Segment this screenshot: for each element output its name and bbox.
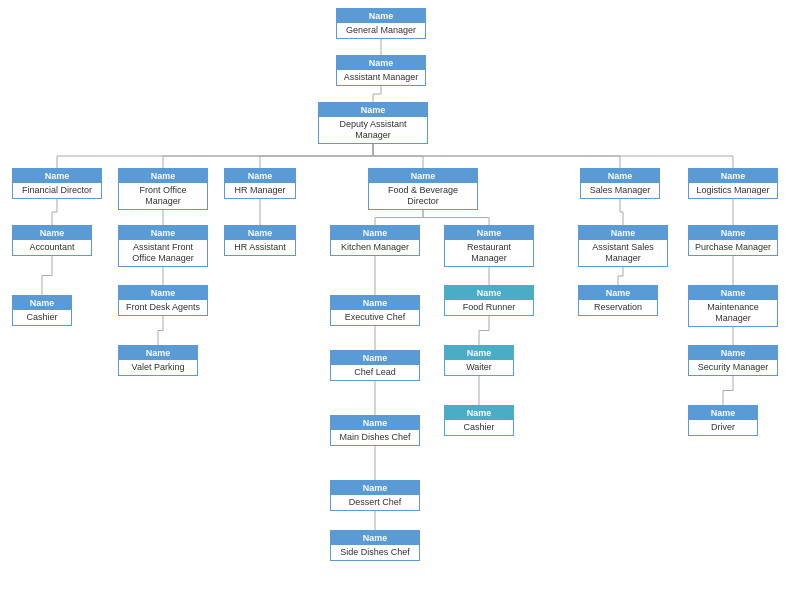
org-chart: NameGeneral ManagerNameAssistant Manager…: [0, 0, 800, 598]
node-title-acc: Accountant: [13, 240, 91, 255]
node-rm: NameRestaurant Manager: [444, 225, 534, 267]
node-name-am: Name: [337, 56, 425, 70]
node-name-fda: Name: [119, 286, 207, 300]
node-hra: NameHR Assistant: [224, 225, 296, 256]
node-dsc: NameDessert Chef: [330, 480, 420, 511]
node-name-afom: Name: [119, 226, 207, 240]
node-ec: NameExecutive Chef: [330, 295, 420, 326]
node-name-drv: Name: [689, 406, 757, 420]
node-title-sm: Sales Manager: [581, 183, 659, 198]
node-name-hrm: Name: [225, 169, 295, 183]
node-name-cash2: Name: [445, 406, 513, 420]
node-fom: NameFront Office Manager: [118, 168, 208, 210]
node-title-am: Assistant Manager: [337, 70, 425, 85]
node-sdc: NameSide Dishes Chef: [330, 530, 420, 561]
node-name-vp: Name: [119, 346, 197, 360]
node-name-dsc: Name: [331, 481, 419, 495]
node-gm: NameGeneral Manager: [336, 8, 426, 39]
node-pm: NamePurchase Manager: [688, 225, 778, 256]
node-title-cash2: Cashier: [445, 420, 513, 435]
node-name-wt: Name: [445, 346, 513, 360]
node-name-cash1: Name: [13, 296, 71, 310]
node-am: NameAssistant Manager: [336, 55, 426, 86]
node-mm: NameMaintenance Manager: [688, 285, 778, 327]
node-afom: NameAssistant Front Office Manager: [118, 225, 208, 267]
node-name-mdc: Name: [331, 416, 419, 430]
node-title-hra: HR Assistant: [225, 240, 295, 255]
node-name-mm: Name: [689, 286, 777, 300]
node-name-secm: Name: [689, 346, 777, 360]
node-fda: NameFront Desk Agents: [118, 285, 208, 316]
node-title-dam: Deputy Assistant Manager: [319, 117, 427, 143]
node-title-fom: Front Office Manager: [119, 183, 207, 209]
node-asm: NameAssistant Sales Manager: [578, 225, 668, 267]
node-title-fd: Financial Director: [13, 183, 101, 198]
node-title-vp: Valet Parking: [119, 360, 197, 375]
node-title-km: Kitchen Manager: [331, 240, 419, 255]
node-name-km: Name: [331, 226, 419, 240]
node-title-cash1: Cashier: [13, 310, 71, 325]
node-name-rm: Name: [445, 226, 533, 240]
node-sm: NameSales Manager: [580, 168, 660, 199]
node-name-asm: Name: [579, 226, 667, 240]
node-title-hrm: HR Manager: [225, 183, 295, 198]
node-fbd: NameFood & Beverage Director: [368, 168, 478, 210]
node-fr: NameFood Runner: [444, 285, 534, 316]
node-title-rm: Restaurant Manager: [445, 240, 533, 266]
node-fd: NameFinancial Director: [12, 168, 102, 199]
node-title-mm: Maintenance Manager: [689, 300, 777, 326]
node-title-cl: Chef Lead: [331, 365, 419, 380]
node-cash1: NameCashier: [12, 295, 72, 326]
node-title-afom: Assistant Front Office Manager: [119, 240, 207, 266]
node-name-sm: Name: [581, 169, 659, 183]
node-name-acc: Name: [13, 226, 91, 240]
node-title-asm: Assistant Sales Manager: [579, 240, 667, 266]
node-title-drv: Driver: [689, 420, 757, 435]
node-name-dam: Name: [319, 103, 427, 117]
node-title-pm: Purchase Manager: [689, 240, 777, 255]
node-name-pm: Name: [689, 226, 777, 240]
node-title-fr: Food Runner: [445, 300, 533, 315]
node-acc: NameAccountant: [12, 225, 92, 256]
node-title-dsc: Dessert Chef: [331, 495, 419, 510]
node-lm: NameLogistics Manager: [688, 168, 778, 199]
node-name-fom: Name: [119, 169, 207, 183]
node-secm: NameSecurity Manager: [688, 345, 778, 376]
node-title-sdc: Side Dishes Chef: [331, 545, 419, 560]
node-title-gm: General Manager: [337, 23, 425, 38]
node-wt: NameWaiter: [444, 345, 514, 376]
node-name-lm: Name: [689, 169, 777, 183]
node-name-res: Name: [579, 286, 657, 300]
node-name-hra: Name: [225, 226, 295, 240]
node-cash2: NameCashier: [444, 405, 514, 436]
node-title-secm: Security Manager: [689, 360, 777, 375]
node-title-mdc: Main Dishes Chef: [331, 430, 419, 445]
node-hrm: NameHR Manager: [224, 168, 296, 199]
node-title-wt: Waiter: [445, 360, 513, 375]
node-title-ec: Executive Chef: [331, 310, 419, 325]
node-cl: NameChef Lead: [330, 350, 420, 381]
node-res: NameReservation: [578, 285, 658, 316]
node-km: NameKitchen Manager: [330, 225, 420, 256]
node-name-fbd: Name: [369, 169, 477, 183]
node-title-lm: Logistics Manager: [689, 183, 777, 198]
node-vp: NameValet Parking: [118, 345, 198, 376]
node-name-fd: Name: [13, 169, 101, 183]
node-name-gm: Name: [337, 9, 425, 23]
node-title-fbd: Food & Beverage Director: [369, 183, 477, 209]
node-title-res: Reservation: [579, 300, 657, 315]
node-mdc: NameMain Dishes Chef: [330, 415, 420, 446]
node-name-ec: Name: [331, 296, 419, 310]
node-drv: NameDriver: [688, 405, 758, 436]
node-name-cl: Name: [331, 351, 419, 365]
node-name-sdc: Name: [331, 531, 419, 545]
node-title-fda: Front Desk Agents: [119, 300, 207, 315]
node-dam: NameDeputy Assistant Manager: [318, 102, 428, 144]
node-name-fr: Name: [445, 286, 533, 300]
